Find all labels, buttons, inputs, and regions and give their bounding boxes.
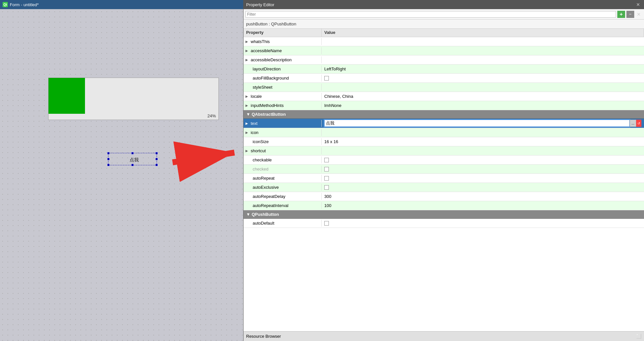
col-value-header: Value [322,29,644,37]
prop-row-autoExclusive: autoExclusive [244,183,644,192]
prop-value-autoRepeatDelay[interactable]: 300 [322,193,644,200]
prop-row-accessibleName: ▶ accessibleName [244,46,644,55]
resource-browser-maximize-button[interactable]: ⬜ [636,334,641,339]
handle-bl[interactable] [107,164,109,166]
prop-name-autoRepeat[interactable]: autoRepeat [244,175,322,182]
prop-row-autoFillBackground: autoFillBackground [244,74,644,83]
prop-value-autoDefault[interactable] [322,220,644,227]
filter-input[interactable] [245,11,616,18]
prop-value-locale[interactable]: Chinese, China [322,93,644,100]
prop-row-autoDefault: autoDefault [244,219,644,228]
prop-name-checked[interactable]: checked [244,166,322,172]
push-button-label: 点我 [130,157,139,163]
prop-value-iconSize[interactable]: 16 x 16 [322,138,644,145]
checkbox-autoRepeat[interactable] [324,176,329,181]
handle-ml[interactable] [107,158,109,160]
prop-name-whatsThis[interactable]: ▶ whatsThis [244,38,322,45]
handle-tl[interactable] [107,152,109,154]
filter-close-button[interactable]: ✕ [636,11,642,18]
remove-property-button[interactable]: − [626,11,634,18]
reset-arrow-icon: ↺ [637,122,640,125]
prop-row-inputMethodHints: ▶ inputMethodHints ImhNone [244,101,644,110]
prop-name-icon[interactable]: ▶ icon [244,129,322,136]
prop-row-checkable: checkable [244,156,644,165]
prop-name-checkable[interactable]: checkable [244,156,322,163]
prop-value-autoRepeatInterval[interactable]: 100 [322,202,644,209]
prop-row-checked: checked [244,165,644,174]
form-title: Form - untitled* [10,2,39,7]
prop-name-accessibleName[interactable]: ▶ accessibleName [244,47,322,54]
prop-row-whatsThis: ▶ whatsThis [244,37,644,46]
prop-row-icon: ▶ icon [244,128,644,137]
prop-name-shortcut[interactable]: ▶ shortcut [244,147,322,154]
property-table-header: Property Value [244,29,644,37]
prop-value-autoExclusive[interactable] [322,184,644,191]
form-canvas[interactable]: 24% 点我 [0,9,243,341]
prop-value-autoRepeat[interactable] [322,175,644,182]
prop-value-layoutDirection[interactable]: LeftToRight [322,66,644,72]
prop-name-text[interactable]: ▶ text [244,120,322,127]
green-square-widget [49,78,85,114]
prop-value-whatsThis[interactable] [322,41,644,43]
prop-name-autoFillBackground[interactable]: autoFillBackground [244,75,322,82]
prop-row-locale: ▶ locale Chinese, China [244,92,644,101]
checkbox-autoExclusive[interactable] [324,185,329,190]
resource-browser-bar: Resource Browser ⬜ [244,331,644,341]
prop-name-inputMethodHints[interactable]: ▶ inputMethodHints [244,102,322,109]
prop-name-locale[interactable]: ▶ locale [244,93,322,100]
prop-row-styleSheet: styleSheet [244,83,644,92]
prop-value-styleSheet[interactable] [322,86,644,88]
col-property-header: Property [244,29,322,37]
expand-icon: ▶ [245,95,249,98]
qt-logo-icon: Qt [3,2,8,7]
prop-value-accessibleDescription[interactable] [322,59,644,61]
form-designer-panel: Qt Form - untitled* 24% 点我 [0,0,244,341]
checkbox-checkable[interactable] [324,158,329,162]
group-header-qabstractbutton: ▼ QAbstractButton [244,110,644,119]
svg-line-1 [173,153,234,162]
expand-icon: ▶ [245,122,249,125]
panel-close-button[interactable]: ✕ [635,1,641,8]
text-reset-button[interactable]: ↺ [636,120,641,127]
checkbox-autoFillBackground[interactable] [324,76,329,81]
prop-name-autoDefault[interactable]: autoDefault [244,220,322,227]
expand-icon: ▶ [245,131,249,134]
group-label-qpushbutton[interactable]: ▼ QPushButton [244,211,282,218]
property-editor-title: Property Editor [246,2,274,7]
prop-value-icon[interactable] [322,132,644,134]
filter-bar: + − ✕ [244,9,644,20]
checkbox-checked[interactable] [324,167,329,171]
prop-row-autoRepeatInterval: autoRepeatInterval 100 [244,201,644,210]
prop-name-accessibleDescription[interactable]: ▶ accessibleDescription [244,56,322,63]
object-label: pushButton : QPushButton [244,20,644,29]
prop-value-checkable[interactable] [322,157,644,163]
prop-name-autoRepeatDelay[interactable]: autoRepeatDelay [244,193,322,200]
group-collapse-icon: ▼ [246,112,250,117]
property-editor-panel: Property Editor ✕ + − ✕ pushButton : QPu… [244,0,644,341]
prop-name-layoutDirection[interactable]: layoutDirection [244,66,322,72]
prop-name-autoExclusive[interactable]: autoExclusive [244,184,322,191]
group-label-qabstractbutton[interactable]: ▼ QAbstractButton [244,111,288,118]
push-button-widget[interactable]: 点我 [110,154,158,166]
prop-value-autoFillBackground[interactable] [322,75,644,82]
prop-value-text[interactable]: ... ↺ [322,119,644,128]
checkbox-autoDefault[interactable] [324,221,329,226]
prop-row-autoRepeatDelay: autoRepeatDelay 300 [244,192,644,201]
prop-name-autoRepeatInterval[interactable]: autoRepeatInterval [244,202,322,209]
text-property-input[interactable] [324,120,630,127]
property-table: Property Value ▶ whatsThis ▶ accessibleN… [244,29,644,331]
prop-value-shortcut[interactable] [322,150,644,152]
text-ellipsis-button[interactable]: ... [630,120,636,127]
prop-row-shortcut: ▶ shortcut [244,146,644,156]
prop-row-accessibleDescription: ▶ accessibleDescription [244,55,644,65]
expand-icon: ▶ [245,40,249,43]
prop-name-iconSize[interactable]: iconSize [244,138,322,145]
add-property-button[interactable]: + [617,11,625,18]
prop-value-accessibleName[interactable] [322,50,644,52]
text-input-container: ... ↺ [324,120,641,127]
prop-value-checked[interactable] [322,166,644,172]
expand-icon: ▶ [245,149,249,153]
prop-name-styleSheet[interactable]: styleSheet [244,84,322,91]
prop-value-inputMethodHints[interactable]: ImhNone [322,102,644,109]
prop-row-layoutDirection: layoutDirection LeftToRight [244,65,644,74]
